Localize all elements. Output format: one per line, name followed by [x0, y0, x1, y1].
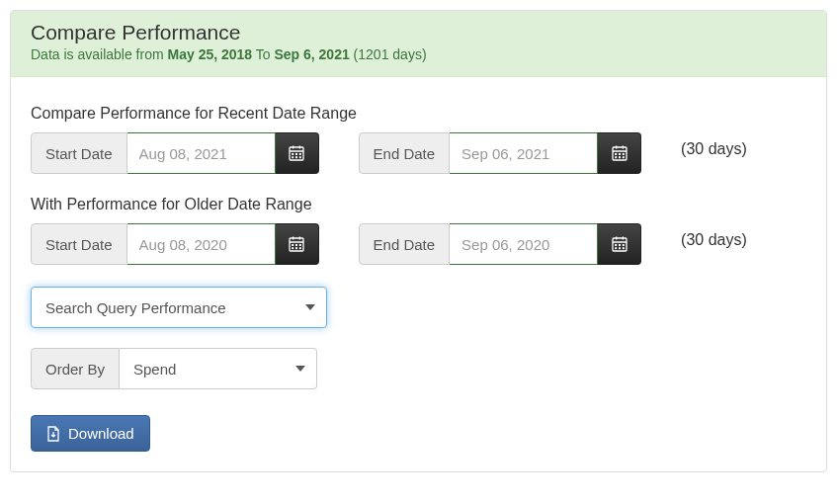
older-end-input[interactable] [450, 223, 598, 265]
svg-rect-4 [292, 153, 293, 155]
older-start-addon: Start Date [31, 223, 127, 265]
recent-range-label: Compare Performance for Recent Date Rang… [31, 105, 806, 123]
recent-start-addon: Start Date [31, 132, 127, 174]
panel-body: Compare Performance for Recent Date Rang… [11, 77, 826, 471]
recent-end-group: End Date [359, 132, 642, 174]
svg-rect-13 [622, 146, 623, 149]
calendar-icon [612, 236, 628, 252]
calendar-icon [612, 145, 628, 161]
older-end-calendar-button[interactable] [598, 223, 641, 265]
svg-rect-7 [292, 156, 293, 158]
order-by-select-wrap: Spend [120, 348, 317, 389]
svg-rect-3 [299, 146, 300, 149]
older-end-group: End Date [359, 223, 642, 265]
download-button-label: Download [68, 425, 134, 442]
recent-range-row: Start Date End Date (30 days) [31, 132, 806, 174]
older-end-addon: End Date [359, 223, 451, 265]
order-by-group: Order By Spend [31, 348, 806, 389]
data-prefix: Data is available from [31, 46, 168, 62]
recent-days-label: (30 days) [681, 132, 747, 158]
svg-rect-17 [615, 156, 617, 158]
compare-performance-panel: Compare Performance Data is available fr… [10, 10, 827, 472]
svg-rect-32 [616, 237, 617, 240]
recent-end-addon: End Date [359, 132, 451, 174]
older-start-calendar-button[interactable] [276, 223, 319, 265]
panel-title: Compare Performance [31, 21, 806, 44]
svg-rect-23 [299, 237, 300, 240]
svg-rect-18 [619, 156, 621, 158]
data-days-suffix: (1201 days) [350, 46, 427, 62]
svg-rect-35 [619, 244, 621, 246]
order-by-addon: Order By [31, 348, 120, 389]
svg-rect-12 [616, 146, 617, 149]
svg-rect-5 [295, 153, 297, 155]
calendar-icon [289, 145, 304, 161]
svg-rect-16 [622, 153, 624, 155]
data-from-date: May 25, 2018 [168, 46, 253, 62]
recent-start-group: Start Date [31, 132, 319, 174]
older-range-label: With Performance for Older Date Range [31, 196, 806, 213]
svg-rect-22 [293, 237, 293, 240]
svg-rect-38 [619, 247, 621, 249]
query-performance-select-wrap: Search Query Performance [31, 287, 327, 328]
svg-rect-34 [615, 244, 617, 246]
svg-rect-9 [299, 156, 301, 158]
svg-rect-37 [615, 247, 617, 249]
svg-rect-36 [622, 244, 624, 246]
svg-rect-6 [299, 153, 301, 155]
svg-rect-2 [293, 146, 293, 149]
older-days-label: (30 days) [681, 223, 747, 249]
panel-header: Compare Performance Data is available fr… [11, 11, 826, 77]
svg-rect-26 [299, 244, 301, 246]
download-file-icon [46, 426, 60, 442]
data-to-date: Sep 6, 2021 [274, 46, 349, 62]
svg-rect-8 [295, 156, 297, 158]
svg-rect-24 [292, 244, 293, 246]
recent-start-calendar-button[interactable] [276, 132, 319, 174]
data-availability-text: Data is available from May 25, 2018 To S… [31, 46, 806, 62]
recent-end-input[interactable] [450, 132, 598, 174]
older-range-row: Start Date End Date (30 days) [31, 223, 806, 265]
svg-rect-39 [622, 247, 624, 249]
svg-rect-25 [295, 244, 297, 246]
recent-start-input[interactable] [127, 132, 276, 174]
svg-rect-28 [295, 247, 297, 249]
query-performance-select[interactable]: Search Query Performance [31, 287, 327, 328]
svg-rect-19 [622, 156, 624, 158]
data-to-word: To [252, 46, 274, 62]
older-start-group: Start Date [31, 223, 319, 265]
svg-rect-14 [615, 153, 617, 155]
svg-rect-33 [622, 237, 623, 240]
older-start-input[interactable] [127, 223, 276, 265]
svg-rect-27 [292, 247, 293, 249]
svg-rect-15 [619, 153, 621, 155]
order-by-select[interactable]: Spend [120, 348, 317, 389]
calendar-icon [289, 236, 304, 252]
svg-rect-29 [299, 247, 301, 249]
download-button[interactable]: Download [31, 415, 150, 452]
recent-end-calendar-button[interactable] [598, 132, 641, 174]
